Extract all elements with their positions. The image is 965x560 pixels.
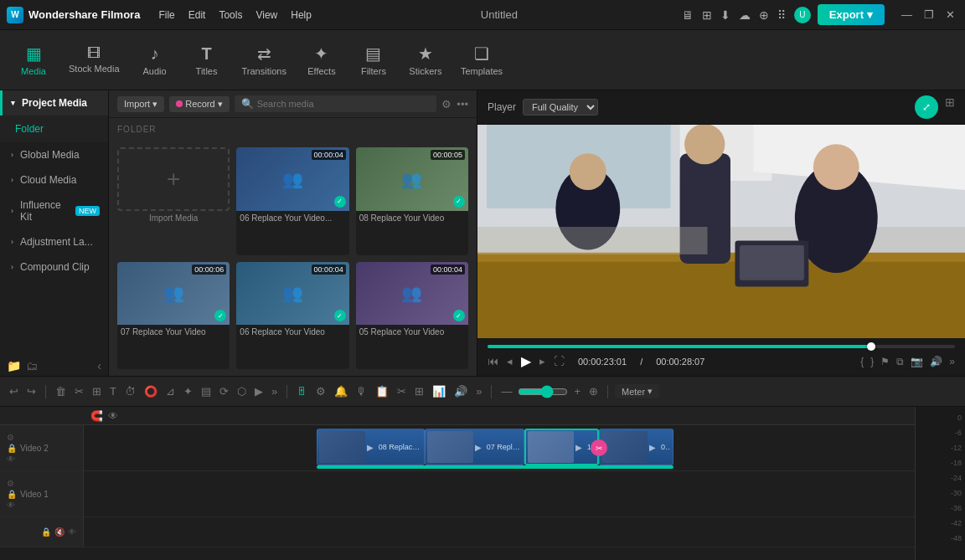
media-item-3[interactable]: 00:00:06 ✓ 👥 07 Replace Your Video	[117, 262, 230, 370]
sidebar-item-cloud-media[interactable]: › Cloud Media	[0, 167, 108, 193]
import-folder-icon[interactable]: 🗂	[26, 359, 38, 372]
close-button[interactable]: ✕	[942, 8, 958, 21]
clip-07[interactable]: ▶ 07 Replace Your Video	[425, 429, 524, 465]
toolbar-item-transitions[interactable]: ⇄ Transitions	[234, 39, 295, 81]
fullscreen-button[interactable]: ⤢	[915, 95, 938, 119]
progress-bar[interactable]	[488, 345, 955, 348]
record-button[interactable]: Record ▾	[169, 96, 229, 112]
grid-icon[interactable]: ⊞	[702, 8, 712, 22]
menu-view[interactable]: View	[250, 8, 282, 23]
track-lock-icon-a[interactable]: 🔒	[41, 527, 51, 537]
snapshot-button[interactable]: 📷	[911, 356, 923, 367]
sidebar-item-influence-kit[interactable]: › Influence Kit NEW	[0, 193, 108, 229]
timer-icon[interactable]: ⏱	[122, 383, 138, 399]
sidebar-folder-item[interactable]: Folder	[8, 119, 100, 139]
cloud-icon[interactable]: ☁	[739, 8, 751, 22]
split-icon[interactable]: ⊞	[412, 383, 426, 399]
meter-label[interactable]: Meter ▾	[615, 384, 659, 398]
filter-tl-icon[interactable]: ▤	[199, 383, 214, 399]
more-controls-button[interactable]: »	[949, 356, 955, 367]
maximize-button[interactable]: ❐	[921, 8, 937, 21]
clip-08[interactable]: ▶ 08 Replace Your Video	[317, 429, 425, 465]
import-button[interactable]: Import ▾	[117, 96, 164, 112]
loop-button[interactable]: ⛶	[554, 355, 565, 367]
track-eye-icon-1[interactable]: 👁	[7, 501, 17, 510]
volume-tl-icon[interactable]: 🔊	[452, 383, 470, 399]
volume-button[interactable]: 🔊	[930, 356, 942, 367]
mark-out-button[interactable]: }	[870, 356, 874, 367]
filter-icon[interactable]: ⚙	[441, 98, 452, 110]
export-button[interactable]: Export ▾	[818, 4, 885, 25]
sidebar-item-compound-clip[interactable]: › Compound Clip	[0, 254, 108, 280]
markers-button[interactable]: ⚑	[880, 356, 890, 367]
minimize-button[interactable]: —	[898, 8, 916, 21]
eye-ruler-icon[interactable]: 👁	[108, 410, 118, 422]
sidebar-item-adjustment[interactable]: › Adjustment La...	[0, 229, 108, 254]
share-icon[interactable]: ⊕	[759, 8, 769, 22]
cut-icon[interactable]: ✂	[72, 383, 86, 399]
menu-edit[interactable]: Edit	[183, 8, 211, 23]
delete-icon[interactable]: 🗑	[53, 383, 69, 399]
quality-select[interactable]: Full Quality 1/2 Quality 1/4 Quality	[523, 99, 598, 116]
sidebar-item-project-media[interactable]: ▾ Project Media	[0, 90, 108, 116]
rotate-icon[interactable]: ⟳	[217, 383, 231, 399]
clip-05[interactable]: ▶ 05 Replace Your...	[599, 429, 673, 465]
add-track-icon[interactable]: ⊕	[586, 383, 601, 399]
rewind-button[interactable]: ⏮	[488, 355, 498, 367]
zoom-in-icon[interactable]: +	[571, 383, 583, 399]
toolbar-item-titles[interactable]: T Titles	[182, 39, 232, 81]
track-lock-icon[interactable]: 🔒	[7, 444, 17, 453]
track-mute-icon-a[interactable]: 🔇	[54, 527, 65, 537]
search-input[interactable]	[257, 99, 431, 109]
play-tl-icon[interactable]: ▶	[252, 383, 266, 399]
mark-in-button[interactable]: {	[860, 356, 864, 367]
toolbar-item-templates[interactable]: ❏ Templates	[452, 39, 511, 81]
speed-icon[interactable]: ⬡	[235, 383, 249, 399]
track-eye-icon[interactable]: 👁	[7, 455, 17, 464]
mic-icon[interactable]: 🎙	[353, 383, 369, 399]
track-settings-icon[interactable]: ⚙	[7, 433, 17, 442]
toolbar-item-audio[interactable]: ♪ Audio	[130, 39, 180, 81]
toolbar-item-stickers[interactable]: ★ Stickers	[400, 39, 451, 81]
download-icon[interactable]: ⬇	[720, 8, 730, 22]
snap-icon[interactable]: 🎚	[294, 383, 310, 399]
media-item-2[interactable]: 00:00:05 ✓ 👥 08 Replace Your Video	[356, 147, 468, 255]
zoom-out-icon[interactable]: —	[498, 383, 514, 399]
track-settings-icon-1[interactable]: ⚙	[7, 479, 17, 488]
text-icon[interactable]: T	[107, 383, 119, 399]
toolbar-item-media[interactable]: ▦ Media	[8, 39, 59, 81]
import-media-thumb[interactable]: +	[117, 147, 230, 211]
media-item-5[interactable]: 00:00:04 ✓ 👥 05 Replace Your Video	[356, 262, 468, 370]
menu-help[interactable]: Help	[286, 8, 317, 23]
avatar-icon[interactable]: U	[794, 7, 811, 23]
clip-10[interactable]: ▶ 10 Replace Your Vi...	[524, 429, 599, 465]
undo-icon[interactable]: ↩	[7, 383, 21, 399]
effects-tl-icon[interactable]: ✦	[181, 383, 195, 399]
collapse-sidebar-icon[interactable]: ‹	[97, 359, 101, 372]
toolbar-item-effects[interactable]: ✦ Effects	[297, 39, 347, 81]
circle-icon[interactable]: ⭕	[142, 383, 160, 399]
chart-icon[interactable]: 📊	[430, 383, 448, 399]
prev-frame-button[interactable]: ◂	[507, 355, 513, 367]
bell-icon[interactable]: 🔔	[332, 383, 350, 399]
layout-icon[interactable]: ⊞	[945, 95, 955, 119]
magnet-icon[interactable]: 🧲	[90, 410, 103, 422]
media-item-1[interactable]: 00:00:04 ✓ 👥 06 Replace Your Video...	[236, 147, 348, 255]
menu-file[interactable]: File	[153, 8, 179, 23]
shape-icon[interactable]: ⊿	[163, 383, 178, 399]
media-item-4[interactable]: 00:00:04 ✓ 👥 06 Replace Your Video	[236, 262, 348, 370]
toolbar-item-filters[interactable]: ▤ Filters	[348, 39, 399, 81]
sidebar-item-global-media[interactable]: › Global Media	[0, 142, 108, 167]
redo-icon[interactable]: ↪	[24, 383, 39, 399]
pip-button[interactable]: ⧉	[896, 356, 904, 367]
import-media-item[interactable]: + Import Media	[117, 147, 230, 255]
zoom-slider[interactable]	[518, 385, 568, 398]
play-button[interactable]: ▶	[521, 353, 531, 369]
track-lock-icon-1[interactable]: 🔒	[7, 490, 17, 499]
next-frame-button[interactable]: ▸	[539, 355, 545, 367]
track-eye-icon-a[interactable]: 👁	[68, 527, 76, 537]
menu-tools[interactable]: Tools	[214, 8, 247, 23]
toolbar-item-stock-media[interactable]: 🎞 Stock Media	[60, 41, 128, 79]
more-right-icon[interactable]: »	[473, 383, 484, 399]
scissors-tl-icon[interactable]: ✂	[395, 383, 409, 399]
